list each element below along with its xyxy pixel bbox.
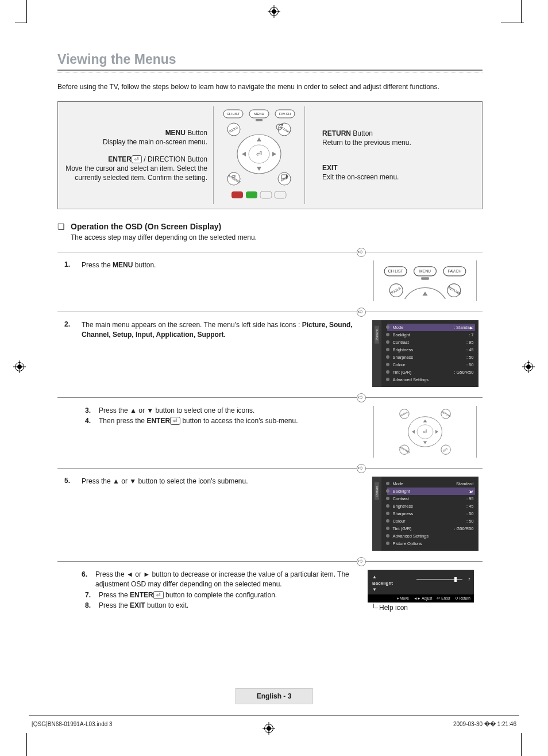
osd-subtext: The access step may differ depending on … bbox=[71, 233, 257, 241]
title-dots bbox=[57, 72, 483, 72]
crop-mark bbox=[521, 0, 522, 23]
step-text: Press the bbox=[99, 601, 130, 609]
step-text: Press the bbox=[82, 261, 113, 269]
menu-button-tail: Button bbox=[186, 129, 207, 137]
svg-rect-27 bbox=[231, 191, 243, 198]
adjust-value: 7 bbox=[468, 577, 470, 582]
step-text: The main menu appears on the screen. The… bbox=[82, 321, 302, 329]
step-bold: MENU bbox=[113, 261, 133, 269]
pointer-icon bbox=[357, 464, 366, 473]
osd-row: Advanced Settings bbox=[387, 376, 475, 383]
pointer-icon bbox=[357, 248, 366, 257]
pointer-icon bbox=[357, 557, 366, 566]
osd-row: Advanced Settings bbox=[387, 532, 475, 540]
footer-left: [QSG]BN68-01991A-L03.indd 3 bbox=[32, 721, 113, 727]
osd-row: Colour: 50 bbox=[387, 361, 475, 369]
help-icon-label: Help icon bbox=[373, 604, 408, 612]
pointer-icon bbox=[357, 393, 366, 402]
intro-text: Before using the TV, follow the steps be… bbox=[57, 83, 483, 91]
osd-row: Colour: 50 bbox=[387, 517, 475, 525]
step-number: 5. bbox=[57, 477, 70, 485]
osd-row: Backlight: 7► bbox=[387, 488, 475, 495]
crop-mark bbox=[521, 733, 522, 756]
exit-button-desc: Exit the on-screen menu. bbox=[322, 172, 477, 182]
page-footer: English - 3 bbox=[236, 688, 313, 704]
step-text: Press the ▲ or ▼ button to select one of… bbox=[99, 406, 254, 416]
remote-overview-box: MENU Button Display the main on-screen m… bbox=[57, 101, 483, 209]
pointer-icon bbox=[357, 308, 366, 317]
registration-mark-icon bbox=[524, 362, 533, 371]
osd-row: Brightness: 45 bbox=[387, 502, 475, 510]
registration-mark-icon bbox=[264, 724, 273, 733]
svg-rect-38 bbox=[421, 277, 429, 280]
osd-adjust-panel: ▲ Backlight ▼ 7 ♦ Move◄► Adjust⏎ Enter↺ … bbox=[368, 570, 474, 603]
bullet-icon: ❏ bbox=[57, 222, 65, 231]
osd-row: ModeStandard bbox=[387, 480, 475, 488]
step-text: button to access the icon's sub-menu. bbox=[180, 417, 298, 425]
registration-mark-icon bbox=[15, 362, 24, 371]
remote-dpad-snippet: TOOLS RETURN ⏎ INTERNET EXIT bbox=[373, 406, 477, 458]
osd-row: Backlight: 7 bbox=[387, 331, 475, 339]
step-text: Press the bbox=[99, 591, 130, 599]
exit-button-label: EXIT bbox=[322, 164, 338, 172]
crop-mark bbox=[26, 733, 27, 756]
crop-mark bbox=[15, 22, 26, 22]
enter-button-tail: / DIRECTION Button bbox=[142, 155, 207, 163]
svg-text:MENU: MENU bbox=[419, 269, 431, 273]
svg-text:@: @ bbox=[231, 174, 236, 179]
svg-text:CH LIST: CH LIST bbox=[388, 269, 403, 273]
title-rule bbox=[57, 70, 483, 71]
menu-button-desc: Display the main on-screen menu. bbox=[58, 137, 207, 147]
enter-button-label: ENTER bbox=[108, 155, 132, 163]
step-bold: EXIT bbox=[130, 601, 145, 609]
step-number: 6. bbox=[82, 570, 87, 590]
step-number: 1. bbox=[57, 260, 70, 268]
step-number: 3. bbox=[82, 406, 91, 416]
step-bold: ENTER bbox=[146, 417, 170, 425]
osd-row: Tint (G/R): G50/R50 bbox=[387, 525, 475, 532]
osd-row: Picture Options bbox=[387, 540, 475, 547]
footer-right: 2009-03-30 �� 1:21:46 bbox=[453, 721, 516, 727]
svg-text:FAV.CH: FAV.CH bbox=[279, 112, 291, 116]
return-button-label: RETURN bbox=[322, 129, 351, 137]
step-text: button. bbox=[133, 261, 156, 269]
adjust-help-bar: ♦ Move◄► Adjust⏎ Enter↺ Return bbox=[368, 594, 474, 603]
step-text: Press the ◄ or ► button to decrease or i… bbox=[95, 570, 356, 590]
return-button-tail: Button bbox=[351, 129, 373, 137]
step-text: button to exit. bbox=[145, 601, 188, 609]
page-title: Viewing the Menus bbox=[57, 52, 483, 67]
osd-row: Mode: Standard► bbox=[387, 324, 475, 331]
svg-text:FAV.CH: FAV.CH bbox=[448, 269, 462, 273]
footer-rule bbox=[29, 715, 519, 716]
svg-rect-6 bbox=[256, 119, 263, 121]
svg-rect-29 bbox=[260, 191, 272, 198]
step-number: 8. bbox=[82, 601, 91, 611]
step-2: 2. The main menu appears on the screen. … bbox=[57, 312, 483, 397]
step-1: 1. Press the MENU button. CH LIST MENU F… bbox=[57, 252, 483, 312]
enter-button-desc: Move the cursor and select an item. Sele… bbox=[58, 164, 207, 182]
osd-row: Contrast: 95 bbox=[387, 339, 475, 346]
remote-left-col: MENU Button Display the main on-screen m… bbox=[58, 106, 213, 204]
svg-text:⏎: ⏎ bbox=[423, 429, 427, 435]
svg-text:⏎: ⏎ bbox=[256, 150, 262, 158]
step-text: button to complete the configuration. bbox=[164, 591, 277, 599]
crop-mark bbox=[26, 0, 27, 23]
osd-row: Sharpness: 50 bbox=[387, 354, 475, 361]
crop-mark bbox=[501, 22, 524, 22]
enter-icon: ⏎ bbox=[170, 417, 180, 425]
slider-icon bbox=[416, 579, 462, 580]
step-6-7-8: 6.Press the ◄ or ► button to decrease or… bbox=[57, 562, 483, 622]
step-number: 2. bbox=[57, 320, 70, 328]
step-text: Press the ▲ or ▼ button to select the ic… bbox=[82, 477, 248, 485]
osd-side-tab: Picture bbox=[375, 482, 379, 500]
step-number: 7. bbox=[82, 590, 91, 600]
osd-side-tab: Picture bbox=[375, 326, 379, 344]
menu-button-label: MENU bbox=[165, 129, 186, 137]
remote-right-col: RETURN Button Return to the previous men… bbox=[305, 106, 477, 204]
return-button-desc: Return to the previous menu. bbox=[322, 138, 477, 147]
osd-row: Sharpness: 50 bbox=[387, 510, 475, 517]
svg-rect-30 bbox=[275, 191, 286, 198]
enter-icon: ⏎ bbox=[153, 591, 164, 599]
osd-heading: ❏ Operation the OSD (On Screen Display) … bbox=[57, 222, 483, 241]
svg-rect-28 bbox=[246, 191, 257, 198]
